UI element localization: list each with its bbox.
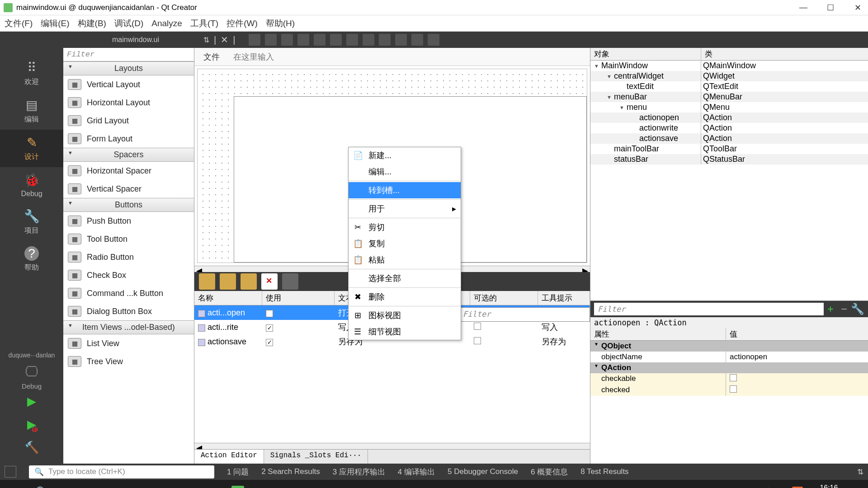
context-menu-item[interactable]: 📄新建...: [349, 147, 461, 164]
property-row[interactable]: objectNameactionopen: [590, 352, 868, 362]
widget-item[interactable]: ▦Dialog Button Box: [63, 302, 194, 320]
prop-header-name[interactable]: 属性: [590, 328, 726, 340]
object-tree-row[interactable]: mainToolBarQToolBar: [590, 144, 868, 154]
widget-item[interactable]: ▦Vertical Spacer: [63, 180, 194, 198]
widget-item[interactable]: ▦Form Layout: [63, 130, 194, 148]
object-tree-row[interactable]: actionopenQAction: [590, 113, 868, 123]
menu-debug[interactable]: 调试(D): [114, 18, 143, 29]
object-tree-row[interactable]: ▼centralWidgetQWidget: [590, 71, 868, 81]
sidebar-help[interactable]: ? 帮助: [0, 241, 63, 278]
context-menu-item[interactable]: ⊞图标视图: [349, 307, 461, 324]
widget-category[interactable]: Buttons: [63, 198, 194, 212]
object-tree-row[interactable]: actionwriteQAction: [590, 123, 868, 133]
output-tab-appout[interactable]: 3 应用程序输出: [333, 467, 385, 477]
widget-item[interactable]: ▦Check Box: [63, 266, 194, 284]
tab-action-editor[interactable]: Action Editor: [194, 450, 264, 464]
widget-item[interactable]: ▦Vertical Layout: [63, 75, 194, 94]
app-icon[interactable]: ▣: [244, 480, 269, 488]
toolbar-icon[interactable]: [411, 34, 423, 46]
output-tab-debugger[interactable]: 5 Debugger Console: [448, 467, 518, 476]
add-property-icon[interactable]: +: [824, 303, 837, 315]
context-menu-item[interactable]: 编辑...: [349, 164, 461, 180]
obj-header-object[interactable]: 对象: [590, 48, 701, 60]
project-selector[interactable]: duquwe···danlan: [9, 349, 55, 361]
run-button[interactable]: ▶: [27, 390, 36, 413]
sidebar-design[interactable]: ✎ 设计: [0, 130, 63, 167]
dropdown-icon[interactable]: ⇅: [203, 36, 209, 44]
sidebar-debug[interactable]: 🐞 Debug: [0, 167, 63, 203]
clock[interactable]: 16:16 2020/8/30: [808, 484, 849, 488]
sidebar-projects[interactable]: 🔧 项目: [0, 203, 63, 241]
output-expand-icon[interactable]: ⇅: [857, 467, 863, 477]
context-menu-item[interactable]: 📋复制: [349, 235, 461, 252]
action-tool-icon[interactable]: [241, 273, 257, 290]
action-filter-input[interactable]: Filter: [459, 307, 590, 322]
action-tool-icon[interactable]: [282, 273, 298, 290]
start-button[interactable]: ⊞: [4, 480, 29, 488]
qt-creator-icon[interactable]: Qt: [231, 486, 244, 488]
new-action-icon[interactable]: [199, 273, 215, 290]
close-file-icon[interactable]: ✕: [221, 34, 228, 45]
object-tree-row[interactable]: textEditQTextEdit: [590, 81, 868, 92]
build-button[interactable]: 🔨: [24, 436, 39, 459]
property-filter-input[interactable]: Filter: [594, 303, 824, 315]
close-button[interactable]: ✕: [851, 3, 864, 13]
widget-category[interactable]: Item Views ...odel-Based): [63, 320, 194, 334]
toolbar-icon[interactable]: [330, 34, 342, 46]
property-row[interactable]: checkable: [590, 373, 868, 385]
menu-build[interactable]: 构建(B): [78, 18, 106, 29]
object-tree-row[interactable]: statusBarQStatusBar: [590, 154, 868, 164]
form-menu-file[interactable]: 文件: [203, 52, 220, 62]
toolbar-icon[interactable]: [314, 34, 326, 46]
output-tab-search[interactable]: 2 Search Results: [261, 467, 320, 476]
output-tab-general[interactable]: 6 概要信息: [531, 467, 568, 477]
chrome-icon[interactable]: ◉: [156, 480, 181, 488]
widget-item[interactable]: ▦Grid Layout: [63, 112, 194, 130]
context-menu-item[interactable]: ☰细节视图: [349, 324, 461, 340]
object-tree-row[interactable]: ▼menuQMenu: [590, 102, 868, 113]
widget-item[interactable]: ▦Horizontal Spacer: [63, 162, 194, 180]
widget-category[interactable]: Spacers: [63, 148, 194, 162]
property-group[interactable]: QObject: [590, 341, 868, 352]
app-icon[interactable]: ◆: [105, 480, 130, 488]
menu-help[interactable]: 帮助(H): [266, 18, 295, 29]
build-config[interactable]: Debug: [22, 382, 42, 390]
widget-item[interactable]: ▦Horizontal Layout: [63, 94, 194, 112]
minimize-button[interactable]: —: [797, 3, 810, 13]
maximize-button[interactable]: ☐: [824, 3, 837, 13]
toolbar-icon[interactable]: [297, 34, 309, 46]
monitor-icon[interactable]: 🖵: [25, 361, 38, 382]
context-menu-item[interactable]: ✂剪切: [349, 219, 461, 235]
explorer-icon[interactable]: 📁: [181, 480, 206, 488]
object-tree-row[interactable]: ▼MainWindowQMainWindow: [590, 61, 868, 71]
context-menu-item[interactable]: ✖删除: [349, 289, 461, 305]
locator-input[interactable]: 🔍 Type to locate (Ctrl+K): [29, 465, 214, 479]
menu-edit[interactable]: 编辑(E): [41, 18, 69, 29]
debug-run-button[interactable]: ▶🐞: [27, 413, 36, 436]
widget-category[interactable]: Layouts: [63, 61, 194, 75]
object-tree-row[interactable]: actionsaveQAction: [590, 133, 868, 144]
form-type-here[interactable]: 在这里输入: [233, 52, 274, 62]
wrench-icon[interactable]: 🔧: [851, 303, 864, 315]
property-group[interactable]: QAction: [590, 362, 868, 373]
context-menu-item[interactable]: 转到槽...: [349, 182, 461, 198]
toolbar-icon[interactable]: [363, 34, 374, 46]
col-header-use[interactable]: 使用: [262, 291, 335, 305]
remove-property-icon[interactable]: −: [837, 303, 851, 315]
toolbar-icon[interactable]: [379, 34, 391, 46]
toolbar-icon[interactable]: [395, 34, 407, 46]
sidebar-welcome[interactable]: ⠿ 欢迎: [0, 55, 63, 92]
prop-header-value[interactable]: 值: [726, 328, 868, 340]
open-file-name[interactable]: mainwindow.ui: [68, 36, 203, 44]
menu-analyze[interactable]: Analyze: [151, 19, 182, 28]
toolbar-icon[interactable]: [249, 34, 260, 46]
delete-action-icon[interactable]: ✕: [261, 273, 278, 290]
col-header-optional[interactable]: 可选的: [470, 291, 538, 305]
col-header-tooltip[interactable]: 工具提示: [538, 291, 590, 305]
toolbar-icon[interactable]: [265, 34, 277, 46]
taskview-icon[interactable]: ⊟: [80, 480, 105, 488]
menu-file[interactable]: 文件(F): [5, 18, 33, 29]
widget-item[interactable]: ▦Tree View: [63, 352, 194, 371]
output-tab-compile[interactable]: 4 编译输出: [398, 467, 435, 477]
context-menu-item[interactable]: 选择全部: [349, 270, 461, 286]
